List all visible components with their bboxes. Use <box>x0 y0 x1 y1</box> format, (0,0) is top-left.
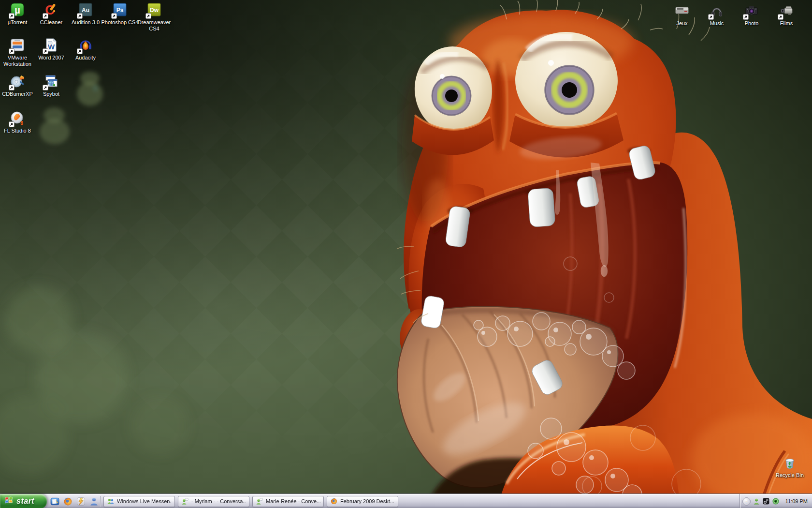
desktop-icon-label: Photo <box>745 20 759 27</box>
desktop-icon-ccleaner[interactable]: CCCleaner <box>32 2 70 26</box>
svg-text:Ps: Ps <box>116 7 124 14</box>
utorrent-icon: µ <box>9 2 26 18</box>
task-button-label: - Myriam - - Conversa... <box>191 498 246 504</box>
shortcut-arrow-icon <box>43 13 48 19</box>
quick-launch-bar <box>50 494 99 508</box>
desktop: µµTorrentCCCleanerAuAudition 3.0PsPhotos… <box>0 0 812 508</box>
svg-text:Au: Au <box>82 7 89 14</box>
vmware-icon <box>9 37 26 54</box>
desktop-icon-label: VMware Workstation <box>0 55 36 67</box>
desktop-icon-label: Jeux <box>676 20 687 27</box>
flstudio-icon: 8 <box>9 110 26 127</box>
taskbar-task-button-2[interactable]: - Myriam - - Conversa... <box>178 496 249 507</box>
desktop-icon-label: µTorrent <box>8 19 28 26</box>
desktop-icon-label: CCleaner <box>40 19 62 26</box>
desktop-icon-word[interactable]: WWord 2007 <box>32 37 70 61</box>
shortcut-arrow-icon <box>708 14 714 20</box>
tray-nod32-icon[interactable] <box>772 497 780 505</box>
desktop-icon-headphones[interactable]: Music <box>698 3 736 27</box>
desktop-icon-spybot[interactable]: Spybot <box>32 74 70 97</box>
quick-launch-firefox-icon[interactable] <box>63 496 73 507</box>
shortcut-arrow-icon <box>111 13 117 19</box>
desktop-icon-audacity[interactable]: Audacity <box>67 37 104 61</box>
camcorder-icon <box>778 3 795 19</box>
shortcut-arrow-icon <box>9 85 14 90</box>
desktop-icon-flstudio[interactable]: 8FL Studio 8 <box>0 110 36 134</box>
svg-text:W: W <box>48 43 55 51</box>
tray-collapse-chevron-icon[interactable]: ‹ <box>742 497 751 506</box>
taskbar-task-button-3[interactable]: Marie-Renée - Conve... <box>252 496 324 507</box>
quick-launch-winamp-icon[interactable] <box>76 496 86 507</box>
desktop-icon-dreamweaver[interactable]: DwDreamweaver CS4 <box>135 2 173 32</box>
taskbar: start Windows Live Messen...- Myriam - -… <box>0 493 812 508</box>
nes-console-icon <box>674 3 690 19</box>
firefox-icon <box>330 497 338 505</box>
audition-icon: Au <box>77 2 94 18</box>
word-icon: W <box>43 37 59 54</box>
desktop-icon-cdburnerxp[interactable]: CDBurnerXP <box>0 74 36 97</box>
headphones-icon <box>709 3 725 19</box>
shortcut-arrow-icon <box>43 85 48 90</box>
taskbar-task-button-4[interactable]: February 2009 Deskt... <box>327 496 398 507</box>
desktop-icon-label: FL Studio 8 <box>4 128 31 134</box>
shortcut-arrow-icon <box>77 48 83 54</box>
system-tray: ‹ 11:09 PM <box>740 494 812 508</box>
svg-text:Dw: Dw <box>150 7 159 14</box>
desktop-icon-nes-console[interactable]: Jeux <box>663 3 701 27</box>
desktop-icon-label: CDBurnerXP <box>2 91 33 97</box>
desktop-icon-vmware[interactable]: VMware Workstation <box>0 37 36 67</box>
svg-text:8: 8 <box>20 120 23 126</box>
desktop-icon-label: Dreamweaver CS4 <box>135 19 173 32</box>
quick-launch-show-desktop-icon[interactable] <box>50 496 60 507</box>
tray-steam-icon[interactable] <box>762 497 770 505</box>
cdburnerxp-icon <box>9 74 26 90</box>
shortcut-arrow-icon <box>77 13 83 19</box>
tray-msn-status-icon[interactable] <box>753 497 760 505</box>
camera-icon <box>743 3 760 19</box>
start-button[interactable]: start <box>0 494 47 508</box>
task-buttons: Windows Live Messen...- Myriam - - Conve… <box>103 494 398 508</box>
task-button-label: February 2009 Deskt... <box>340 498 394 504</box>
desktop-icon-label: Photoshop CS4 <box>101 19 138 26</box>
quick-launch-msn-messenger-icon[interactable] <box>89 496 99 507</box>
shortcut-arrow-icon <box>9 48 14 54</box>
messenger-contacts-icon <box>107 497 115 505</box>
desktop-icon-audition[interactable]: AuAudition 3.0 <box>67 2 104 26</box>
ccleaner-icon: C <box>43 2 59 18</box>
tray-icons <box>753 497 780 505</box>
tray-clock[interactable]: 11:09 PM <box>785 498 812 504</box>
desktop-icon-label: Recycle Bin <box>776 472 804 478</box>
shortcut-arrow-icon <box>743 14 749 20</box>
task-button-label: Windows Live Messen... <box>117 498 172 504</box>
taskbar-task-button-1[interactable]: Windows Live Messen... <box>103 496 175 507</box>
desktop-icon-label: Music <box>710 20 724 27</box>
shortcut-arrow-icon <box>9 121 14 127</box>
msn-buddy-icon <box>181 497 189 505</box>
taskbar-separator <box>100 496 101 507</box>
desktop-icon-label: Word 2007 <box>38 55 64 61</box>
shortcut-arrow-icon <box>145 13 151 19</box>
windows-flag-icon <box>4 495 14 507</box>
shortcut-arrow-icon <box>9 13 14 19</box>
recycle-bin-icon <box>782 455 798 471</box>
spybot-icon <box>43 74 59 90</box>
msn-buddy-icon <box>256 497 263 505</box>
desktop-icon-utorrent[interactable]: µµTorrent <box>0 2 36 26</box>
task-button-label: Marie-Renée - Conve... <box>266 498 320 504</box>
desktop-icon-label: Films <box>780 20 793 27</box>
shortcut-arrow-icon <box>43 48 48 54</box>
audacity-icon <box>77 37 94 54</box>
desktop-icon-label: Audacity <box>75 55 96 61</box>
shortcut-arrow-icon <box>778 14 783 20</box>
svg-text:µ: µ <box>14 5 20 15</box>
dreamweaver-icon: Dw <box>146 2 162 18</box>
photoshop-icon: Ps <box>112 2 128 18</box>
start-button-label: start <box>16 497 34 506</box>
desktop-icon-photoshop[interactable]: PsPhotoshop CS4 <box>101 2 139 26</box>
desktop-icon-camcorder[interactable]: Films <box>768 3 805 27</box>
desktop-icon-camera[interactable]: Photo <box>733 3 770 27</box>
desktop-icon-recycle-bin[interactable]: Recycle Bin <box>771 455 809 478</box>
wallpaper-monster-illustration <box>0 0 812 508</box>
desktop-icon-label: Audition 3.0 <box>72 19 100 26</box>
desktop-icon-label: Spybot <box>43 91 59 97</box>
